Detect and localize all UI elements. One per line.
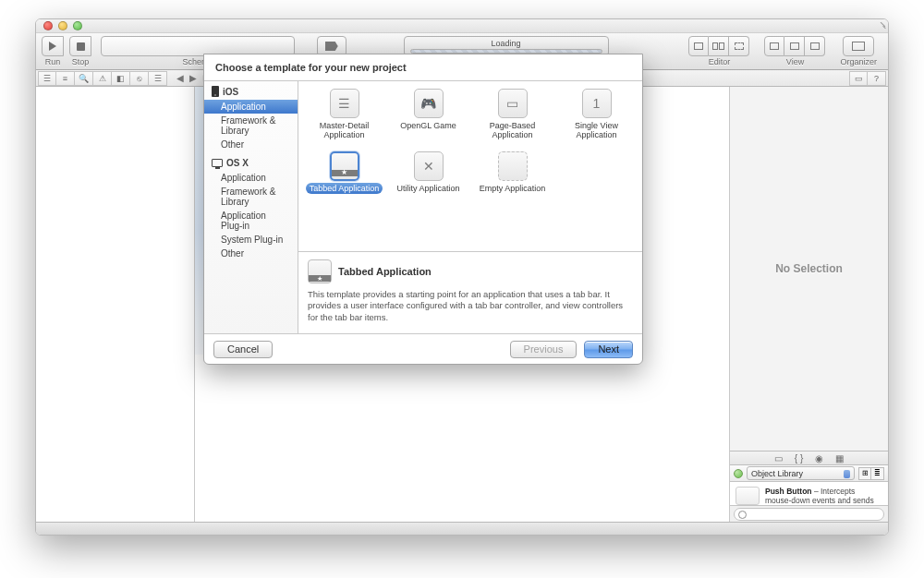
iphone-icon bbox=[212, 86, 219, 97]
next-button[interactable]: Next bbox=[584, 341, 633, 358]
stop-icon bbox=[77, 42, 85, 51]
template-description-icon bbox=[308, 259, 332, 283]
code-snippet-library-icon[interactable]: { } bbox=[795, 453, 803, 464]
jump-bar-forward-icon[interactable]: ▶ bbox=[189, 73, 197, 83]
sidebar-item-ios-other[interactable]: Other bbox=[204, 138, 298, 151]
cancel-button[interactable]: Cancel bbox=[213, 341, 273, 358]
navigator-area bbox=[36, 87, 195, 522]
template-single-view[interactable]: 1Single View Application bbox=[554, 89, 638, 150]
template-page-based[interactable]: ▭Page-Based Application bbox=[470, 89, 554, 150]
file-template-library-icon[interactable]: ▭ bbox=[774, 453, 783, 464]
template-grid: ☰Master-Detail Application 🎮OpenGL Game … bbox=[298, 81, 642, 251]
sidebar-section-ios: iOS bbox=[204, 83, 298, 100]
utilities-area: No Selection ▭ { } ◉ ▦ Object Library ⊞≣… bbox=[729, 87, 888, 522]
new-project-sheet: Choose a template for your new project i… bbox=[203, 54, 643, 365]
view-utilities-icon[interactable] bbox=[805, 36, 825, 56]
library-header: Object Library ⊞≣ bbox=[730, 465, 888, 482]
library-cube-icon bbox=[734, 469, 743, 478]
template-main: ☰Master-Detail Application 🎮OpenGL Game … bbox=[298, 81, 642, 333]
editor-segmented[interactable] bbox=[688, 36, 749, 56]
window-footer bbox=[36, 522, 888, 535]
template-description: Tabbed Application This template provide… bbox=[298, 251, 642, 333]
debug-navigator-icon[interactable]: ⎋ bbox=[130, 71, 149, 86]
organizer-label: Organizer bbox=[840, 57, 877, 66]
organizer-button[interactable] bbox=[843, 36, 874, 56]
run-button[interactable] bbox=[42, 36, 64, 56]
view-segmented[interactable] bbox=[764, 36, 825, 56]
stop-button[interactable] bbox=[69, 36, 91, 56]
template-sidebar: iOS Application Framework & Library Othe… bbox=[204, 81, 298, 333]
sidebar-item-osx-plugin[interactable]: Application Plug-in bbox=[204, 209, 298, 233]
sidebar-item-osx-other[interactable]: Other bbox=[204, 247, 298, 260]
object-library-list[interactable]: Push Button – Intercepts mouse-down even… bbox=[730, 482, 888, 505]
view-debug-icon[interactable] bbox=[784, 36, 805, 56]
titlebar bbox=[36, 19, 888, 33]
sidebar-item-osx-framework[interactable]: Framework & Library bbox=[204, 185, 298, 209]
list-item[interactable]: Push Button – Intercepts mouse-down even… bbox=[730, 482, 888, 505]
file-inspector-icon[interactable]: ▭ bbox=[849, 71, 868, 86]
activity-text: Loading bbox=[492, 39, 521, 48]
minimize-window-button[interactable] bbox=[58, 21, 67, 30]
resize-corner[interactable] bbox=[877, 21, 886, 30]
library-search-input[interactable] bbox=[734, 508, 884, 521]
sidebar-item-osx-application[interactable]: Application bbox=[204, 171, 298, 185]
jump-bar-back-icon[interactable]: ◀ bbox=[176, 73, 184, 83]
template-tabbed[interactable]: Tabbed Application bbox=[302, 151, 386, 212]
library-view-mode[interactable]: ⊞≣ bbox=[858, 467, 884, 480]
template-description-text: This template provides a starting point … bbox=[308, 289, 633, 324]
project-navigator-icon[interactable]: ☰ bbox=[38, 71, 56, 86]
symbol-navigator-icon[interactable]: ≡ bbox=[56, 71, 75, 86]
search-navigator-icon[interactable]: 🔍 bbox=[75, 71, 93, 86]
list-view-icon[interactable]: ≣ bbox=[871, 467, 884, 480]
sheet-title: Choose a template for your new project bbox=[204, 54, 642, 80]
template-opengl-game[interactable]: 🎮OpenGL Game bbox=[386, 89, 470, 150]
sidebar-section-osx: OS X bbox=[204, 155, 298, 171]
template-utility[interactable]: ✕Utility Application bbox=[386, 151, 470, 212]
media-library-icon[interactable]: ▦ bbox=[835, 453, 844, 464]
editor-assistant-icon[interactable] bbox=[709, 36, 729, 56]
icon-view-icon[interactable]: ⊞ bbox=[858, 467, 871, 480]
editor-version-icon[interactable] bbox=[729, 36, 749, 56]
library-popup-label: Object Library bbox=[751, 469, 803, 478]
log-navigator-icon[interactable]: ☰ bbox=[149, 71, 167, 86]
no-selection-label: No Selection bbox=[730, 87, 888, 451]
object-library-icon[interactable]: ◉ bbox=[815, 453, 823, 464]
library-tabstrip[interactable]: ▭ { } ◉ ▦ bbox=[730, 451, 888, 465]
editor-standard-icon[interactable] bbox=[688, 36, 709, 56]
sidebar-item-ios-application[interactable]: Application bbox=[204, 100, 298, 114]
sidebar-item-ios-framework[interactable]: Framework & Library bbox=[204, 114, 298, 138]
test-navigator-icon[interactable]: ◧ bbox=[112, 71, 130, 86]
navigator-tabs[interactable]: ☰ ≡ 🔍 ⚠ ◧ ⎋ ☰ bbox=[38, 71, 167, 86]
library-search-row bbox=[730, 505, 888, 522]
breakpoint-icon bbox=[325, 42, 338, 51]
mac-icon bbox=[212, 159, 223, 167]
library-item-text: Push Button – Intercepts mouse-down even… bbox=[765, 487, 882, 505]
close-window-button[interactable] bbox=[43, 21, 53, 30]
template-master-detail[interactable]: ☰Master-Detail Application bbox=[302, 89, 386, 150]
view-label: View bbox=[786, 57, 804, 66]
editor-label: Editor bbox=[709, 57, 731, 66]
sheet-body: iOS Application Framework & Library Othe… bbox=[204, 80, 642, 334]
run-label: Run bbox=[45, 57, 61, 66]
issue-navigator-icon[interactable]: ⚠ bbox=[93, 71, 112, 86]
inspector-tabs-top[interactable]: ▭ ? bbox=[849, 71, 886, 86]
sidebar-item-osx-system-plugin[interactable]: System Plug-in bbox=[204, 233, 298, 247]
quick-help-icon[interactable]: ? bbox=[868, 71, 886, 86]
sheet-button-row: Cancel Previous Next bbox=[204, 334, 642, 364]
library-popup[interactable]: Object Library bbox=[747, 466, 855, 480]
play-icon bbox=[49, 42, 56, 51]
zoom-window-button[interactable] bbox=[73, 21, 82, 30]
view-navigator-icon[interactable] bbox=[764, 36, 784, 56]
stop-label: Stop bbox=[72, 57, 90, 66]
template-empty[interactable]: Empty Application bbox=[470, 151, 554, 212]
template-description-title: Tabbed Application bbox=[338, 266, 432, 277]
previous-button[interactable]: Previous bbox=[510, 341, 578, 358]
push-button-icon bbox=[736, 487, 760, 505]
